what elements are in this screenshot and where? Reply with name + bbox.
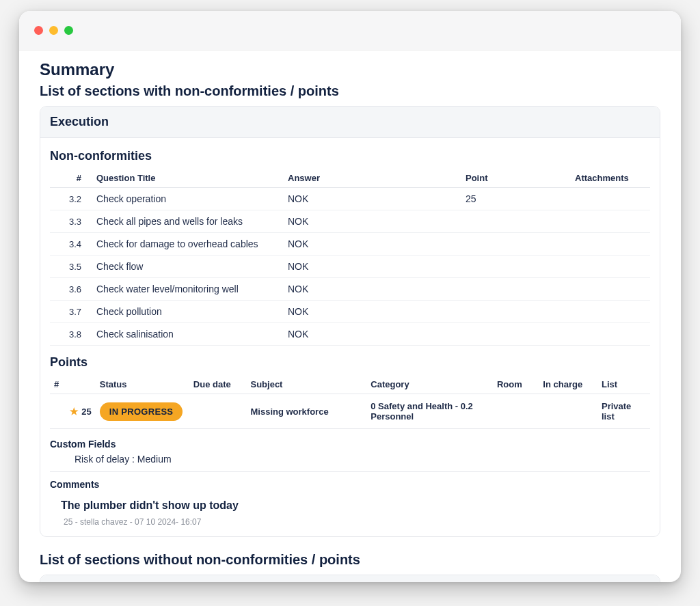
nc-col-attachments: Attachments — [569, 169, 650, 188]
custom-fields-heading: Custom Fields — [50, 439, 650, 450]
comments-heading: Comments — [50, 479, 650, 490]
nc-row-title: Check all pipes and wells for leaks — [91, 210, 282, 233]
star-icon: ★ — [70, 406, 79, 417]
nc-row-title: Check salinisation — [91, 323, 282, 346]
nc-col-answer: Answer — [282, 169, 460, 188]
nc-row-number: 3.7 — [50, 301, 91, 323]
nc-row-attach — [569, 233, 650, 256]
points-row[interactable]: ★25 IN PROGRESS Missing workforce 0 Safe… — [50, 394, 650, 429]
comment-text: The plumber didn't show up today — [55, 495, 244, 516]
pts-col-room: Room — [493, 375, 539, 394]
nc-row-attach — [569, 210, 650, 233]
nc-row-answer: NOK — [282, 210, 460, 233]
points-row-list: Private list — [597, 394, 650, 429]
table-row[interactable]: 3.5Check flowNOK — [50, 256, 650, 278]
nc-row-answer: NOK — [282, 278, 460, 301]
nc-row-title: Check flow — [91, 256, 282, 278]
nc-row-point — [460, 256, 569, 278]
nc-row-attach — [569, 323, 650, 346]
sections-without-nc-heading: List of sections without non-conformitie… — [40, 552, 660, 568]
non-conformities-heading: Non-conformities — [50, 149, 650, 163]
app-window: Summary List of sections with non-confor… — [19, 11, 681, 582]
status-badge: IN PROGRESS — [100, 402, 183, 421]
nc-row-attach — [569, 256, 650, 278]
nc-row-number: 3.8 — [50, 323, 91, 346]
pts-col-category: Category — [366, 375, 493, 394]
nc-col-title: Question Title — [91, 169, 282, 188]
nc-row-title: Check water level/monitoring well — [91, 278, 282, 301]
nc-row-point — [460, 278, 569, 301]
points-row-number: 25 — [81, 407, 91, 417]
nc-row-title: Check for damage to overhead cables — [91, 233, 282, 256]
nc-row-title: Check pollution — [91, 301, 282, 323]
table-row[interactable]: 3.4Check for damage to overhead cablesNO… — [50, 233, 650, 256]
points-row-subject: Missing workforce — [247, 394, 367, 429]
window-titlebar — [19, 11, 681, 51]
nc-row-title: Check operation — [91, 188, 282, 210]
nc-row-number: 3.2 — [50, 188, 91, 210]
nc-row-number: 3.3 — [50, 210, 91, 233]
custom-field-value: Risk of delay : Medium — [50, 454, 650, 465]
pts-col-number: # — [50, 375, 96, 394]
table-row[interactable]: 3.7Check pollutionNOK — [50, 301, 650, 323]
nc-row-point — [460, 210, 569, 233]
nc-row-answer: NOK — [282, 188, 460, 210]
nc-row-number: 3.4 — [50, 233, 91, 256]
execution-stage-panel: Execution stage — [40, 575, 660, 582]
nc-col-point: Point — [460, 169, 569, 188]
nc-col-number: # — [50, 169, 91, 188]
comment-meta: 25 - stella chavez - 07 10 2024- 16:07 — [64, 517, 650, 527]
maximize-window-button[interactable] — [64, 26, 73, 35]
pts-col-due: Due date — [189, 375, 247, 394]
pts-col-incharge: In charge — [539, 375, 597, 394]
minimize-window-button[interactable] — [49, 26, 58, 35]
points-row-room — [493, 394, 539, 429]
nc-row-point — [460, 301, 569, 323]
nc-row-answer: NOK — [282, 256, 460, 278]
points-row-due — [189, 394, 247, 429]
nc-row-answer: NOK — [282, 301, 460, 323]
nc-row-point: 25 — [460, 188, 569, 210]
close-window-button[interactable] — [34, 26, 43, 35]
points-row-category: 0 Safety and Health - 0.2 Personnel — [366, 394, 493, 429]
non-conformities-table: # Question Title Answer Point Attachment… — [50, 169, 650, 346]
nc-row-attach — [569, 188, 650, 210]
nc-row-answer: NOK — [282, 233, 460, 256]
divider — [50, 471, 650, 472]
pts-col-subject: Subject — [247, 375, 367, 394]
page-title: Summary — [40, 60, 660, 79]
sections-with-nc-heading: List of sections with non-conformities /… — [40, 83, 660, 99]
points-heading: Points — [50, 355, 650, 370]
pts-col-list: List — [597, 375, 650, 394]
table-row[interactable]: 3.2Check operationNOK25 — [50, 188, 650, 210]
table-row[interactable]: 3.8Check salinisationNOK — [50, 323, 650, 346]
nc-row-point — [460, 233, 569, 256]
execution-panel: Execution Non-conformities # Question Ti… — [40, 106, 660, 537]
nc-row-attach — [569, 278, 650, 301]
points-row-incharge — [539, 394, 597, 429]
execution-panel-header: Execution — [40, 107, 660, 138]
page-content: Summary List of sections with non-confor… — [19, 51, 681, 582]
points-table: # Status Due date Subject Category Room … — [50, 375, 650, 429]
table-row[interactable]: 3.3Check all pipes and wells for leaksNO… — [50, 210, 650, 233]
nc-row-point — [460, 323, 569, 346]
pts-col-status: Status — [96, 375, 189, 394]
nc-row-answer: NOK — [282, 323, 460, 346]
nc-row-number: 3.6 — [50, 278, 91, 301]
nc-row-number: 3.5 — [50, 256, 91, 278]
execution-stage-panel-header: Execution stage — [40, 575, 660, 582]
nc-row-attach — [569, 301, 650, 323]
table-row[interactable]: 3.6Check water level/monitoring wellNOK — [50, 278, 650, 301]
